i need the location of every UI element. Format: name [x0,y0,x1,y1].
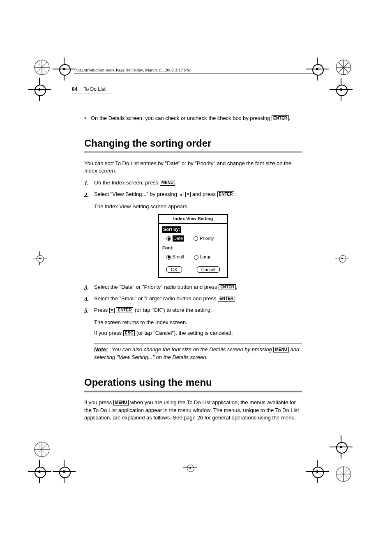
radio-priority[interactable]: Priority [194,235,214,242]
enter-key-icon: ENTER [219,284,236,290]
bullet-text: On the Details screen, you can check or … [91,115,272,121]
section-rule [84,391,302,392]
step-item: 3. Select the "Date" or "Priority" radio… [84,283,302,292]
section-paragraph: If you press MENU when you are using the… [84,399,302,422]
radio-small[interactable]: Small [166,254,184,260]
crop-crosshair-icon [338,254,353,269]
enter-key-icon: ENTER [272,115,289,121]
cancel-button[interactable]: Cancel [197,266,220,273]
step-list: 1. On the Index screen, press MENU. 2. S… [84,179,302,200]
crop-crosshair-icon [57,464,71,479]
menu-key-icon: MENU [273,347,288,352]
running-head: 84 To Do List [72,86,302,92]
enter-key-icon: ENTER [218,296,235,302]
step-item: 1. On the Index screen, press MENU. [84,179,302,188]
section-rule [84,152,302,153]
menu-key-icon: MENU [113,400,129,405]
running-head-title: To Do List [83,86,105,92]
step-item: 5. Press ▼ ENTER (or tap "OK") to store … [84,306,302,315]
printmark-icon [334,58,353,77]
crop-crosshair-icon [32,464,47,479]
running-head-rule [72,93,112,94]
enter-key-icon: ENTER [217,191,235,197]
step-note: If you press ESC (or tap "Cancel"), the … [94,329,302,337]
step-item: 2. Select "View Setting..." by pressing … [84,191,302,200]
crop-crosshair-icon [186,463,201,478]
step-note: The screen returns to the Index screen. [94,319,302,327]
ok-button[interactable]: OK [166,266,182,273]
esc-key-icon: ESC [123,330,135,336]
radio-large[interactable]: Large [194,254,212,260]
note-label: Note: [94,346,108,352]
crop-crosshair-icon [334,440,348,454]
crop-crosshair-icon [310,464,325,479]
enter-key-icon: ENTER [116,307,133,313]
down-arrow-key-icon: ▼ [109,308,115,313]
menu-key-icon: MENU [160,180,175,186]
sort-by-label: Sort by: [162,226,181,233]
bullet-icon: • [84,115,91,122]
page-content: 84 To Do List • On the Details screen, y… [72,86,302,422]
printmark-icon [32,440,52,459]
print-job-header: 00.Introduction.book Page 84 Friday, Mar… [74,66,315,74]
note-block: Note: You can also change the font size … [94,343,302,362]
step-list: 3. Select the "Date" or "Priority" radio… [84,283,302,315]
radio-date[interactable]: Date [166,235,184,242]
step-item: 4. Select the "Small" or "Large" radio b… [84,295,302,304]
page-number: 84 [72,86,77,92]
section-heading: Operations using the menu [84,375,302,390]
section-heading: Changing the sorting order [84,136,302,151]
step-note: The Index View Setting screen appears. [94,203,302,211]
down-arrow-key-icon: ▼ [185,192,191,197]
printmark-icon [32,58,52,77]
up-arrow-key-icon: ▲ [179,192,184,197]
crop-crosshair-icon [32,82,47,97]
dialog-title: Index View Setting [159,215,227,224]
printmark-icon [334,464,353,484]
index-view-setting-dialog: Index View Setting Sort by: Date Priorit… [158,214,228,278]
crop-crosshair-icon [35,254,50,269]
crop-crosshair-icon [57,62,71,76]
crop-crosshair-icon [334,82,348,97]
bullet-item: • On the Details screen, you can check o… [84,115,302,122]
font-label: Font: [162,245,173,251]
section-lead: You can sort To Do List entries by "Date… [84,160,302,175]
